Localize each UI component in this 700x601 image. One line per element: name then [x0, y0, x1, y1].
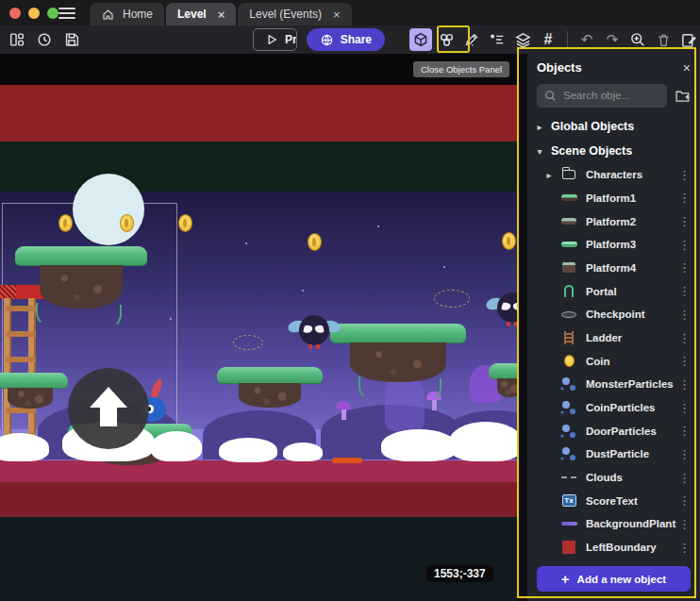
object-groups-button[interactable] — [435, 28, 458, 51]
platform-instance[interactable] — [489, 363, 517, 397]
instances-list-button[interactable] — [486, 28, 508, 51]
cloud — [283, 442, 323, 461]
item-menu-icon[interactable]: ⋮ — [676, 354, 692, 368]
item-menu-icon[interactable]: ⋮ — [676, 214, 692, 228]
item-menu-icon[interactable]: ⋮ — [676, 284, 692, 298]
caret-down-icon[interactable]: ▾ — [535, 146, 544, 157]
item-menu-icon[interactable]: ⋮ — [676, 401, 692, 415]
item-menu-icon[interactable]: ⋮ — [676, 377, 692, 392]
object-search-box[interactable] — [537, 84, 667, 108]
platform-instance[interactable] — [330, 324, 466, 382]
share-button[interactable]: Share — [307, 28, 385, 51]
object-item[interactable]: Platform3 ⋮ — [527, 233, 700, 257]
edit-scene-properties-button[interactable] — [677, 28, 700, 51]
caret-right-icon[interactable]: ▸ — [535, 122, 544, 132]
object-item[interactable]: Ladder ⋮ — [527, 326, 700, 350]
object-item[interactable]: Checkpoint ⋮ — [527, 303, 700, 326]
objects-panel-title: Objects — [537, 60, 582, 75]
item-menu-icon[interactable]: ⋮ — [676, 191, 692, 205]
layers-button[interactable] — [511, 28, 534, 51]
item-menu-icon[interactable]: ⋮ — [676, 471, 692, 485]
object-item[interactable]: DoorParticles ⋮ — [527, 419, 700, 442]
object-item[interactable]: Platform1 ⋮ — [527, 187, 700, 210]
redo-icon: ↷ — [607, 31, 619, 48]
preview-button[interactable]: Preview — [253, 28, 297, 51]
item-menu-icon[interactable]: ⋮ — [676, 541, 692, 555]
platform-thumbnail-icon — [559, 260, 578, 275]
item-menu-icon[interactable]: ⋮ — [676, 447, 692, 461]
panels-layout-button[interactable] — [6, 28, 28, 51]
object-item[interactable]: Coin ⋮ — [527, 349, 700, 373]
tab-level[interactable]: Level × — [166, 3, 236, 25]
scene-objects-section[interactable]: ▾ Scene Objects — [527, 139, 700, 163]
close-window-button[interactable] — [9, 8, 21, 19]
history-button[interactable] — [33, 28, 56, 51]
canvas-void — [0, 517, 517, 601]
objects-panel-button[interactable] — [409, 28, 432, 51]
object-folder-characters[interactable]: ▸ Characters ⋮ — [527, 163, 700, 187]
add-new-object-button[interactable]: + Add a new object — [537, 566, 691, 592]
object-item[interactable]: Clouds ⋮ — [527, 466, 700, 490]
checkpoint-thumbnail-icon — [559, 307, 578, 322]
object-item[interactable]: Portal ⋮ — [527, 279, 700, 303]
edit-pencil-button[interactable] — [460, 28, 483, 51]
monster-instance[interactable] — [486, 292, 517, 330]
item-menu-icon[interactable]: ⋮ — [676, 424, 692, 438]
editor-tabs: Home Level × Level (Events) × — [90, 3, 352, 25]
coin-instance[interactable] — [308, 233, 322, 251]
undo-icon: ↶ — [581, 31, 593, 48]
platform-instance[interactable] — [15, 246, 147, 309]
objects-panel: Objects × ▸ Global Objects ▾ Scene Objec… — [527, 54, 700, 601]
tab-home[interactable]: Home — [90, 3, 164, 25]
object-item[interactable]: Platform2 ⋮ — [527, 209, 700, 233]
item-menu-icon[interactable]: ⋮ — [676, 260, 692, 275]
delete-button[interactable] — [652, 28, 675, 51]
ladder-instance[interactable] — [0, 298, 41, 440]
caret-right-icon[interactable]: ▸ — [544, 170, 554, 180]
scene-canvas[interactable]: 1553;-337 — [0, 54, 517, 601]
object-item[interactable]: Platform4 ⋮ — [527, 257, 700, 280]
global-objects-section[interactable]: ▸ Global Objects — [527, 115, 700, 140]
monster-instance[interactable] — [288, 315, 341, 353]
redo-button[interactable]: ↷ — [601, 28, 624, 51]
object-item[interactable]: BackgroundPlants ⋮ — [527, 512, 700, 536]
cloud — [151, 431, 202, 461]
object-item[interactable]: MonsterParticles ⋮ — [527, 373, 700, 396]
object-search-input[interactable] — [563, 90, 648, 101]
coin-instance[interactable] — [120, 214, 134, 232]
clock-history-icon — [36, 31, 53, 48]
object-item[interactable]: Tx ScoreText ⋮ — [527, 489, 700, 512]
coin-instance[interactable] — [502, 232, 516, 250]
undo-button[interactable]: ↶ — [575, 28, 598, 51]
platform-thumbnail-icon — [559, 237, 578, 252]
lava-patch — [332, 458, 362, 463]
add-folder-icon[interactable] — [675, 88, 691, 104]
item-menu-icon[interactable]: ⋮ — [676, 168, 692, 182]
grid-button[interactable]: # — [537, 28, 559, 51]
tab-level-events[interactable]: Level (Events) × — [238, 3, 351, 25]
coin-instance[interactable] — [58, 214, 73, 232]
cloud — [219, 438, 277, 462]
zoom-in-button[interactable] — [626, 28, 649, 51]
item-menu-icon[interactable]: ⋮ — [676, 308, 692, 322]
object-item[interactable]: CoinParticles ⋮ — [527, 396, 700, 420]
close-tab-icon[interactable]: × — [218, 8, 225, 22]
coin-instance[interactable] — [178, 214, 192, 232]
minimize-window-button[interactable] — [28, 8, 40, 19]
cloud-outline-instance[interactable] — [233, 335, 263, 350]
object-item[interactable]: DustParticle ⋮ — [527, 442, 700, 466]
item-menu-icon[interactable]: ⋮ — [676, 517, 692, 531]
item-menu-icon[interactable]: ⋮ — [676, 331, 692, 345]
platform-instance[interactable] — [0, 373, 68, 409]
jump-control-instance[interactable] — [68, 368, 149, 449]
close-panel-icon[interactable]: × — [683, 60, 691, 75]
platform-instance[interactable] — [217, 367, 323, 408]
object-item[interactable]: LeftBoundary ⋮ — [527, 536, 700, 559]
cloud-outline-instance[interactable] — [434, 290, 470, 308]
item-menu-icon[interactable]: ⋮ — [676, 238, 692, 252]
main-menu-icon[interactable] — [58, 8, 75, 19]
zoom-window-button[interactable] — [47, 8, 58, 19]
save-button[interactable] — [60, 28, 83, 51]
close-tab-icon[interactable]: × — [333, 8, 341, 22]
item-menu-icon[interactable]: ⋮ — [676, 493, 692, 508]
